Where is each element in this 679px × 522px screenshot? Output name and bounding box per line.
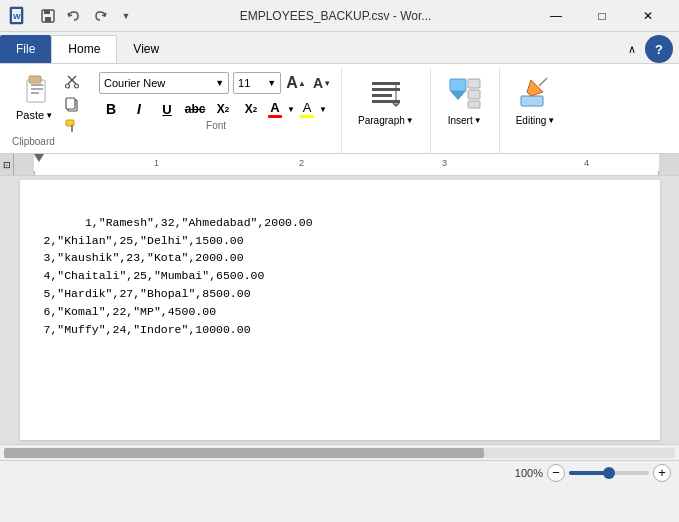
h-scrollbar-track[interactable] (4, 448, 675, 458)
svg-rect-10 (31, 92, 39, 94)
svg-marker-25 (450, 91, 466, 100)
window-title: EMPLOYEES_BACKUP.csv - Wor... (138, 9, 533, 23)
paragraph-label: Paragraph (358, 115, 405, 126)
svg-rect-16 (66, 98, 75, 109)
strikethrough-btn[interactable]: abc (183, 98, 207, 120)
tab-view[interactable]: View (117, 35, 175, 63)
paste-icon (19, 74, 51, 109)
doc-line-5: 5,"Hardik",27,"Bhopal",8500.00 (44, 287, 251, 300)
zoom-in-btn[interactable]: + (653, 464, 671, 482)
svg-rect-28 (468, 101, 480, 108)
ribbon-tabs: File Home View ∧ ? (0, 32, 679, 64)
editing-btn[interactable]: Editing ▼ (508, 72, 564, 130)
close-btn[interactable]: ✕ (625, 0, 671, 32)
svg-rect-7 (29, 76, 41, 83)
zoom-slider[interactable] (569, 471, 649, 475)
zoom-percent: 100% (515, 467, 543, 479)
highlight-dropdown[interactable]: ▼ (319, 105, 327, 114)
svg-rect-29 (521, 96, 543, 106)
format-painter-btn[interactable] (61, 116, 83, 136)
insert-icon (447, 76, 483, 115)
zoom-slider-thumb[interactable] (603, 467, 615, 479)
doc-line-7: 7,"Muffy",24,"Indore",10000.00 (44, 323, 251, 336)
doc-line-1: 1,"Ramesh",32,"Ahmedabad",2000.00 (85, 216, 313, 229)
font-name-dropdown[interactable]: Courier New ▼ (99, 72, 229, 94)
doc-scroll-area: 1,"Ramesh",32,"Ahmedabad",2000.00 2,"Khi… (0, 176, 679, 444)
maximize-btn[interactable]: □ (579, 0, 625, 32)
font-name-arrow[interactable]: ▼ (215, 78, 224, 88)
ribbon: Paste ▼ (0, 64, 679, 154)
insert-section: Insert ▼ (431, 68, 500, 153)
font-size-arrow[interactable]: ▼ (267, 78, 276, 88)
svg-point-14 (75, 84, 79, 88)
copy-btn[interactable] (61, 94, 83, 114)
ruler-mark-1: 1 (154, 158, 159, 168)
editing-arrow[interactable]: ▼ (547, 116, 555, 125)
subscript-btn[interactable]: X2 (211, 98, 235, 120)
cut-btn[interactable] (61, 72, 83, 92)
font-size-dropdown[interactable]: 11 ▼ (233, 72, 281, 94)
h-scrollbar[interactable] (0, 444, 679, 460)
help-btn[interactable]: ? (645, 35, 673, 63)
paste-dropdown-arrow[interactable]: ▼ (45, 111, 53, 120)
undo-quick-btn[interactable] (62, 6, 86, 26)
paragraph-btn[interactable]: Paragraph ▼ (350, 72, 422, 130)
font-row1: Courier New ▼ 11 ▼ A▲ A▼ (99, 72, 333, 94)
doc-line-2: 2,"Khilan",25,"Delhi",1500.00 (44, 234, 244, 247)
svg-rect-4 (44, 10, 50, 14)
tab-file[interactable]: File (0, 35, 51, 63)
font-row2: B I U abc X2 X2 A ▼ A ▼ (99, 98, 333, 120)
font-color-dropdown[interactable]: ▼ (287, 105, 295, 114)
status-bar: 100% − + (0, 460, 679, 484)
svg-text:W: W (13, 12, 21, 21)
ruler-corner[interactable]: ⊡ (0, 154, 14, 176)
editing-icon (517, 76, 553, 115)
clipboard-section: Paste ▼ (4, 68, 91, 153)
bold-btn[interactable]: B (99, 98, 123, 120)
insert-arrow[interactable]: ▼ (474, 116, 482, 125)
svg-marker-30 (527, 80, 543, 96)
customize-quick-btn[interactable]: ▼ (114, 6, 138, 26)
document-page[interactable]: 1,"Ramesh",32,"Ahmedabad",2000.00 2,"Khi… (20, 180, 660, 440)
ruler-mark-3: 3 (442, 158, 447, 168)
paragraph-section: Paragraph ▼ (342, 68, 431, 153)
italic-btn[interactable]: I (127, 98, 151, 120)
font-section: Courier New ▼ 11 ▼ A▲ A▼ B I U abc X2 X2… (91, 68, 342, 153)
window-controls: — □ ✕ (533, 0, 671, 32)
clipboard-label: Clipboard (12, 136, 55, 151)
svg-rect-26 (468, 79, 480, 88)
doc-area: 1,"Ramesh",32,"Ahmedabad",2000.00 2,"Khi… (0, 176, 679, 460)
h-scrollbar-thumb[interactable] (4, 448, 484, 458)
doc-line-4: 4,"Chaitali",25,"Mumbai",6500.00 (44, 269, 265, 282)
paragraph-arrow[interactable]: ▼ (406, 116, 414, 125)
ribbon-collapse-btn[interactable]: ∧ (623, 40, 641, 58)
highlight-underline (300, 115, 314, 118)
tab-home[interactable]: Home (51, 35, 117, 63)
svg-rect-9 (31, 88, 43, 90)
editing-label: Editing (516, 115, 547, 126)
font-color-btn[interactable]: A (267, 99, 283, 119)
font-shrink-btn[interactable]: A▼ (311, 72, 333, 94)
svg-rect-8 (31, 84, 43, 86)
font-grow-btn[interactable]: A▲ (285, 72, 307, 94)
svg-rect-21 (372, 94, 392, 97)
redo-quick-btn[interactable] (88, 6, 112, 26)
paste-label: Paste (16, 109, 44, 121)
paste-btn[interactable]: Paste ▼ (12, 72, 57, 123)
svg-rect-27 (468, 90, 480, 99)
minimize-btn[interactable]: — (533, 0, 579, 32)
save-quick-btn[interactable] (36, 6, 60, 26)
underline-btn[interactable]: U (155, 98, 179, 120)
ruler-mark-2: 2 (299, 158, 304, 168)
paragraph-icon (368, 76, 404, 115)
superscript-btn[interactable]: X2 (239, 98, 263, 120)
font-size-value: 11 (238, 77, 250, 89)
svg-point-13 (66, 84, 70, 88)
insert-btn[interactable]: Insert ▼ (439, 72, 491, 130)
zoom-out-btn[interactable]: − (547, 464, 565, 482)
indent-marker[interactable] (34, 154, 44, 162)
font-color-icon: A (270, 100, 279, 115)
app-icons: W (8, 6, 28, 26)
highlight-color-btn[interactable]: A (299, 99, 315, 119)
svg-rect-18 (71, 125, 73, 132)
